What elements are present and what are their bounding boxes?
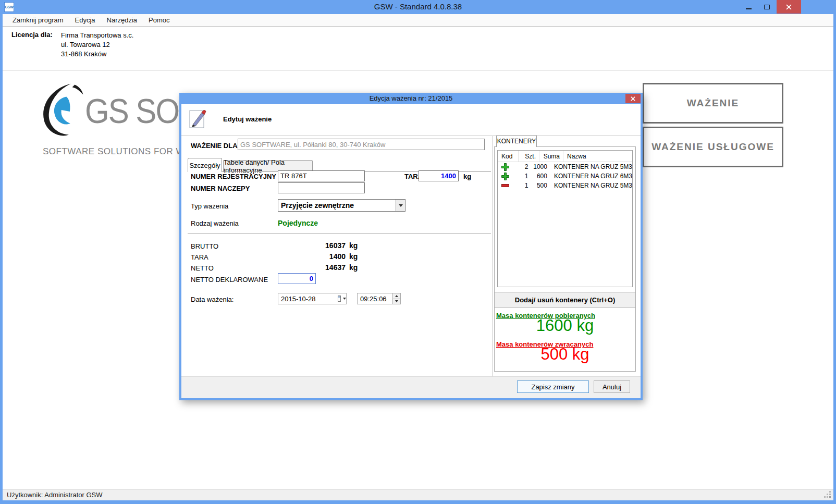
kontenery-row[interactable]: 21000KONTENER NA GRUZ 5M3	[498, 162, 632, 171]
row-nazwa: KONTENER NA GRUZ 6M3	[550, 171, 632, 181]
column-szt[interactable]: Szt.	[519, 151, 539, 162]
window-title: GSW - Standard 4.0.8.38	[0, 2, 836, 11]
status-user: Użytkownik: Administrator GSW	[7, 491, 103, 499]
tab-szczegoly[interactable]: Szczegóły	[188, 158, 222, 172]
data-wazenia-label: Data ważenia:	[191, 296, 233, 303]
numer-naczepy-input[interactable]	[278, 182, 365, 193]
row-suma: 1000	[531, 162, 550, 171]
menu-pomoc[interactable]: Pomoc	[146, 15, 171, 25]
wazenie-dla-input[interactable]	[238, 139, 485, 150]
header-divider	[181, 136, 641, 136]
netto-deklarowane-input[interactable]	[278, 273, 316, 284]
maximize-icon	[764, 5, 770, 9]
kontenery-row[interactable]: 1500KONTENER NA GRUZ 5M3	[498, 181, 632, 190]
resize-grip-icon[interactable]	[829, 496, 831, 498]
dropdown-arrow-button[interactable]	[396, 200, 405, 211]
dialog-header-text: Edytuj ważenie	[223, 115, 272, 123]
column-nazwa[interactable]: Nazwa	[563, 151, 632, 162]
license-label: Licencja dla:	[11, 31, 53, 39]
gs-software-logo	[39, 82, 89, 139]
menu-narzedzia[interactable]: Narzędzia	[105, 15, 140, 25]
numer-rejestracyjny-label: NUMER REJESTRACYJNY	[191, 173, 276, 180]
app-window: GSW GSW - Standard 4.0.8.38 Zamknij prog…	[0, 0, 836, 504]
titlebar: GSW GSW - Standard 4.0.8.38	[0, 0, 836, 14]
date-picker[interactable]: 2015-10-28	[278, 293, 347, 304]
typ-wazenia-dropdown[interactable]: Przyjęcie zewnętrzne	[278, 199, 405, 212]
calendar-dropdown-button[interactable]	[338, 293, 346, 304]
kontenery-row[interactable]: 1600KONTENER NA GRUZ 6M3	[498, 171, 632, 181]
dialog-body: Edytuj ważenie WAŻENIE DLA Szczegóły Tab…	[181, 104, 641, 398]
date-value: 2015-10-28	[278, 295, 338, 303]
add-remove-containers-button[interactable]: Dodaj/ usuń kontenery (Ctrl+O)	[494, 292, 636, 308]
brutto-label: BRUTTO	[191, 242, 218, 250]
license-lines: Firma Transportowa s.c. ul. Towarowa 12 …	[61, 31, 133, 59]
tara-unit: kg	[349, 252, 358, 261]
save-changes-button[interactable]: Zapisz zmiany	[517, 380, 589, 393]
plus-icon	[498, 171, 514, 181]
chevron-down-icon	[399, 204, 403, 207]
menubar: Zamknij program Edycja Narzędzia Pomoc	[3, 14, 833, 27]
row-nazwa: KONTENER NA GRUZ 5M3	[550, 162, 632, 171]
dialog-title: Edycja ważenia nr: 21/2015	[179, 93, 643, 104]
tab-kontenery[interactable]: KONTENERY	[496, 135, 537, 147]
netto-deklarowane-label: NETTO DEKLAROWANE	[191, 276, 268, 284]
dialog-footer: Zapisz zmiany Anuluj	[181, 376, 641, 398]
wazenie-uslugowe-button[interactable]: WAŻENIE USŁUGOWE	[643, 127, 783, 167]
spinner-down-button[interactable]	[393, 299, 400, 304]
edit-weighing-dialog: Edycja ważenia nr: 21/2015 Edytuj ważeni…	[179, 93, 643, 400]
column-kod[interactable]: Kod	[498, 151, 519, 162]
typ-wazenia-value: Przyjęcie zewnętrzne	[278, 201, 396, 210]
wazenie-button[interactable]: WAŻENIE	[643, 83, 783, 124]
rodzaj-wazenia-value: Pojedyncze	[278, 219, 318, 227]
license-panel: Licencja dla: Firma Transportowa s.c. ul…	[3, 27, 833, 70]
spinner-up-button[interactable]	[393, 293, 400, 299]
masa-zwracanych-value: 500 kg	[494, 345, 636, 364]
brutto-value: 16037	[278, 241, 346, 250]
menu-zamknij-program[interactable]: Zamknij program	[10, 15, 66, 25]
menu-edycja[interactable]: Edycja	[73, 15, 97, 25]
close-button[interactable]	[777, 0, 801, 14]
chevron-down-icon	[343, 298, 346, 300]
masa-pobieranych-value: 1600 kg	[494, 316, 636, 335]
close-icon	[786, 4, 792, 10]
netto-unit: kg	[349, 263, 358, 272]
time-picker[interactable]: 09:25:06	[357, 293, 401, 304]
column-suma[interactable]: Suma	[539, 151, 563, 162]
license-line-3: 31-868 Kraków	[61, 50, 133, 59]
netto-value: 14637	[278, 263, 346, 272]
edit-pencil-icon	[189, 108, 208, 129]
section-divider	[188, 233, 491, 234]
license-line-2: ul. Towarowa 12	[61, 40, 133, 50]
row-suma: 500	[531, 181, 550, 190]
kontenery-table-header: Kod Szt. Suma Nazwa	[498, 151, 632, 162]
rodzaj-wazenia-label: Rodzaj ważenia	[191, 219, 239, 227]
row-szt: 1	[514, 171, 531, 181]
tara-input[interactable]	[419, 170, 459, 181]
kontenery-table: Kod Szt. Suma Nazwa 21000KONTENER NA GRU…	[497, 150, 633, 287]
chevron-up-icon	[395, 295, 398, 297]
calendar-icon	[338, 296, 341, 302]
dialog-close-button[interactable]	[625, 94, 641, 103]
license-line-1: Firma Transportowa s.c.	[61, 31, 133, 40]
time-value: 09:25:06	[358, 295, 392, 303]
maximize-button[interactable]	[759, 0, 774, 14]
row-nazwa: KONTENER NA GRUZ 5M3	[550, 181, 632, 190]
time-spinner[interactable]	[392, 293, 400, 304]
numer-rejestracyjny-input[interactable]	[278, 170, 365, 181]
row-szt: 2	[514, 162, 531, 171]
tara-label: TARA	[191, 253, 208, 261]
row-suma: 600	[531, 171, 550, 181]
plus-icon	[498, 162, 514, 171]
numer-naczepy-label: NUMER NACZEPY	[191, 185, 250, 192]
row-szt: 1	[514, 181, 531, 190]
minus-icon	[498, 181, 514, 190]
tara-value: 1400	[278, 252, 346, 261]
wazenie-dla-label: WAŻENIE DLA	[191, 142, 238, 150]
brutto-unit: kg	[349, 241, 358, 250]
typ-wazenia-label: Typ ważenia	[191, 202, 228, 210]
chevron-down-icon	[395, 300, 398, 302]
minimize-button[interactable]	[741, 0, 756, 14]
kontenery-table-body: 21000KONTENER NA GRUZ 5M31600KONTENER NA…	[498, 162, 632, 190]
close-icon	[631, 96, 635, 101]
cancel-button[interactable]: Anuluj	[594, 380, 630, 393]
